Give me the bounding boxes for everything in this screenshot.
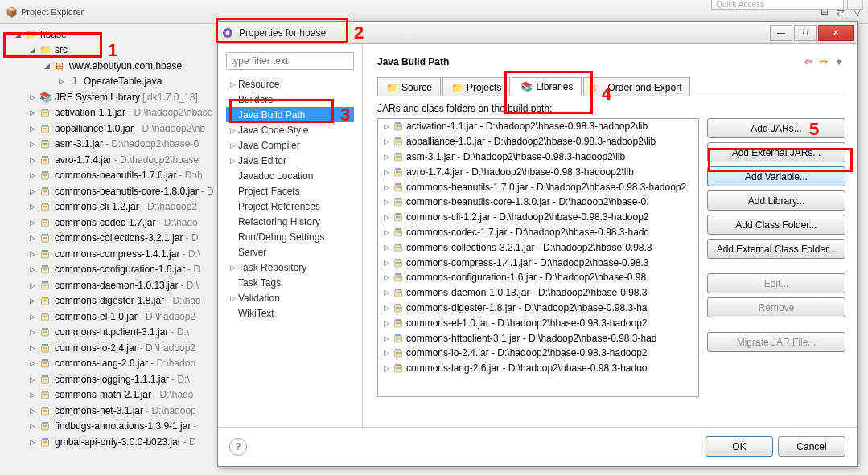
collapse-icon[interactable]: ▷ — [381, 288, 391, 297]
build-path-jar[interactable]: ▷commons-digester-1.8.jar - D:\hadoop2\h… — [378, 301, 698, 316]
help-icon[interactable]: ? — [229, 438, 247, 456]
tab-order-and-export[interactable]: ↕Order and Export — [583, 77, 690, 96]
category-javadoc-location[interactable]: Javadoc Location — [226, 168, 354, 183]
expand-icon[interactable] — [228, 278, 237, 288]
collapse-icon[interactable]: ▷ — [27, 124, 37, 133]
category-run-debug-settings[interactable]: Run/Debug Settings — [226, 229, 354, 244]
expand-icon[interactable]: ▷ — [228, 293, 237, 303]
category-resource[interactable]: ▷Resource — [226, 76, 354, 92]
category-builders[interactable]: Builders — [226, 92, 354, 107]
collapse-icon[interactable]: ▷ — [381, 137, 391, 146]
build-path-jar[interactable]: ▷commons-el-1.0.jar - D:\hadoop2\hbase-0… — [378, 315, 698, 330]
add-library-button[interactable]: Add Library... — [707, 190, 845, 211]
collapse-icon[interactable]: ▷ — [381, 197, 391, 207]
dropdown-icon[interactable]: ▾ — [833, 55, 845, 68]
collapse-icon[interactable]: ▷ — [27, 437, 37, 447]
category-project-references[interactable]: Project References — [226, 199, 354, 214]
category-project-facets[interactable]: Project Facets — [226, 183, 354, 199]
remove-button[interactable]: Remove — [707, 297, 845, 317]
minimize-button[interactable]: — — [770, 25, 792, 41]
collapse-icon[interactable]: ▷ — [56, 76, 66, 86]
build-path-jar[interactable]: ▷commons-daemon-1.0.13.jar - D:\hadoop2\… — [378, 285, 698, 301]
quick-access-box[interactable]: Quick Access — [711, 0, 844, 10]
category-validation[interactable]: ▷Validation — [226, 290, 354, 305]
collapse-icon[interactable]: ▷ — [381, 167, 391, 177]
expand-icon[interactable]: ◢ — [42, 61, 51, 71]
expand-icon[interactable]: ◢ — [13, 30, 23, 39]
category-server[interactable]: Server — [226, 244, 354, 260]
ok-button[interactable]: OK — [706, 436, 773, 457]
expand-icon[interactable]: ◢ — [27, 45, 37, 55]
forward-icon[interactable]: ⇨ — [817, 55, 830, 68]
tab-projects[interactable]: 📁Projects — [442, 77, 510, 96]
category-task-tags[interactable]: Task Tags — [226, 275, 354, 290]
collapse-icon[interactable]: ▷ — [27, 375, 37, 384]
category-java-editor[interactable]: ▷Java Editor — [226, 153, 354, 168]
category-java-build-path[interactable]: Java Build Path — [226, 107, 354, 122]
collapse-icon[interactable]: ▷ — [381, 303, 391, 313]
perspective-switcher-icon[interactable] — [847, 0, 863, 10]
collapse-icon[interactable]: ▷ — [381, 318, 391, 328]
back-icon[interactable]: ⇦ — [802, 55, 815, 68]
collapse-icon[interactable]: ▷ — [381, 334, 391, 343]
category-wikitext[interactable]: WikiText — [226, 305, 354, 321]
close-button[interactable]: ✕ — [818, 25, 854, 41]
collapse-icon[interactable]: ▷ — [27, 170, 37, 180]
tab-libraries[interactable]: 📚Libraries — [512, 77, 582, 96]
collapse-icon[interactable]: ▷ — [27, 280, 37, 290]
collapse-icon[interactable]: ▷ — [27, 327, 37, 337]
collapse-icon[interactable]: ▷ — [381, 363, 391, 373]
edit-button[interactable]: Edit... — [707, 273, 845, 293]
build-path-jar[interactable]: ▷aopalliance-1.0.jar - D:\hadoop2\hbase-… — [378, 134, 698, 149]
collapse-icon[interactable]: ▷ — [27, 421, 37, 431]
build-path-jar[interactable]: ▷commons-beanutils-core-1.8.0.jar - D:\h… — [378, 195, 698, 210]
expand-icon[interactable]: ▷ — [228, 141, 237, 150]
build-path-jar[interactable]: ▷commons-codec-1.7.jar - D:\hadoop2\hbas… — [378, 225, 698, 240]
add-external-jars-button[interactable]: Add External JARs... — [707, 142, 845, 162]
collapse-icon[interactable]: ▷ — [381, 348, 391, 358]
expand-icon[interactable]: ▷ — [228, 263, 237, 272]
expand-icon[interactable] — [228, 110, 237, 120]
build-path-jar[interactable]: ▷commons-collections-3.2.1.jar - D:\hado… — [378, 240, 698, 255]
collapse-icon[interactable]: ▷ — [381, 227, 391, 237]
filter-input[interactable] — [226, 52, 354, 70]
dialog-titlebar[interactable]: Properties for hbase — □ ✕ — [218, 22, 857, 44]
collapse-icon[interactable]: ▷ — [27, 390, 37, 399]
expand-icon[interactable] — [228, 232, 237, 242]
add-variable-button[interactable]: Add Variable... — [707, 166, 845, 186]
collapse-icon[interactable]: ▷ — [27, 108, 37, 117]
cancel-button[interactable]: Cancel — [778, 436, 845, 457]
expand-icon[interactable] — [228, 171, 237, 181]
build-path-jar[interactable]: ▷commons-beanutils-1.7.0.jar - D:\hadoop… — [378, 179, 698, 195]
expand-icon[interactable] — [228, 186, 237, 196]
add-external-class-folder-button[interactable]: Add External Class Folder... — [707, 239, 845, 259]
collapse-icon[interactable]: ▷ — [27, 155, 37, 165]
expand-icon[interactable] — [228, 217, 237, 227]
collapse-icon[interactable]: ▷ — [27, 358, 37, 368]
add-class-folder-button[interactable]: Add Class Folder... — [707, 215, 845, 235]
build-path-jar[interactable]: ▷avro-1.7.4.jar - D:\hadoop2\hbase-0.98.… — [378, 164, 698, 179]
build-path-jar[interactable]: ▷commons-httpclient-3.1.jar - D:\hadoop2… — [378, 330, 698, 346]
build-path-jar[interactable]: ▷asm-3.1.jar - D:\hadoop2\hbase-0.98.3-h… — [378, 149, 698, 165]
collapse-icon[interactable]: ▷ — [27, 92, 37, 102]
collapse-icon[interactable]: ▷ — [27, 343, 37, 353]
collapse-icon[interactable]: ▷ — [27, 406, 37, 416]
collapse-icon[interactable]: ▷ — [381, 212, 391, 222]
collapse-icon[interactable]: ▷ — [27, 186, 37, 196]
tab-source[interactable]: 📁Source — [377, 77, 441, 96]
build-path-jar[interactable]: ▷commons-cli-1.2.jar - D:\hadoop2\hbase-… — [378, 210, 698, 225]
category-refactoring-history[interactable]: Refactoring History — [226, 214, 354, 229]
category-java-compiler[interactable]: ▷Java Compiler — [226, 137, 354, 153]
collapse-icon[interactable]: ▷ — [381, 243, 391, 252]
collapse-icon[interactable]: ▷ — [27, 202, 37, 211]
collapse-icon[interactable]: ▷ — [27, 139, 37, 149]
collapse-icon[interactable]: ▷ — [27, 218, 37, 227]
expand-icon[interactable]: ▷ — [228, 125, 237, 135]
build-path-jar[interactable]: ▷activation-1.1.jar - D:\hadoop2\hbase-0… — [378, 119, 698, 134]
expand-icon[interactable] — [228, 248, 237, 257]
collapse-icon[interactable]: ▷ — [381, 182, 391, 192]
collapse-icon[interactable]: ▷ — [27, 312, 37, 321]
build-path-jar[interactable]: ▷commons-configuration-1.6.jar - D:\hado… — [378, 270, 698, 285]
migrate-jar-button[interactable]: Migrate JAR File... — [707, 332, 845, 352]
collapse-icon[interactable]: ▷ — [27, 264, 37, 274]
